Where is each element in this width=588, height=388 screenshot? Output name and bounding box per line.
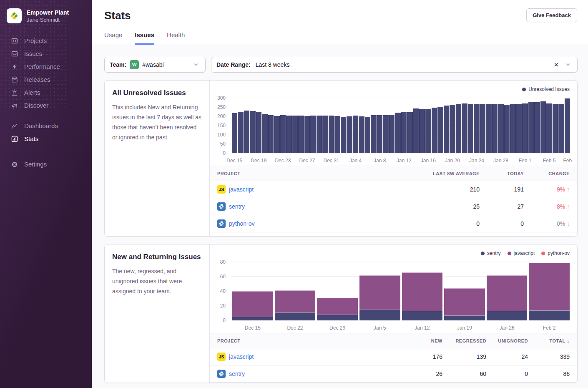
tab-bar: Usage Issues Health <box>104 31 577 45</box>
stacked-bar <box>275 260 316 320</box>
tab-usage[interactable]: Usage <box>104 31 122 45</box>
x-tick-label: Jan 19 <box>457 325 472 331</box>
stacked-bar <box>402 260 443 320</box>
bar <box>317 116 322 153</box>
sidebar-item-label: Dashboards <box>24 122 58 130</box>
project-link[interactable]: javascript <box>229 186 254 193</box>
new-value: 176 <box>399 353 442 360</box>
legend-dot-icon <box>522 88 526 91</box>
bar <box>250 111 256 153</box>
legend-item[interactable]: javascript <box>508 250 535 256</box>
org-user: Jane Schmidt <box>27 16 69 23</box>
bar <box>492 104 498 153</box>
sidebar-item-label: Projects <box>24 37 47 45</box>
x-tick-label: Jan 20 <box>445 158 460 164</box>
sidebar-item-label: Discover <box>24 101 48 109</box>
project-link[interactable]: sentry <box>229 370 245 377</box>
panel-description: The new, regressed, and unignored issues… <box>112 266 202 296</box>
unignored-value: 24 <box>486 353 528 360</box>
legend-item[interactable]: sentry <box>481 250 501 256</box>
bar <box>558 104 564 153</box>
bar <box>329 116 334 153</box>
project-link[interactable]: javascript <box>229 353 254 360</box>
sidebar-item-alerts[interactable]: Alerts <box>0 86 92 99</box>
content-area: Team: W #wasabi Date Range: Last 8 weeks <box>92 45 588 388</box>
sidebar-item-dashboards[interactable]: Dashboards <box>0 119 92 132</box>
bar <box>468 104 474 153</box>
org-text: Empower Plant Jane Schmidt <box>27 9 69 23</box>
project-link[interactable]: sentry <box>229 203 245 210</box>
bar <box>498 104 504 153</box>
sidebar-item-releases[interactable]: Releases <box>0 73 92 86</box>
regressed-value: 60 <box>442 370 486 377</box>
table-row: JS javascript 176 139 24 339 <box>210 348 577 365</box>
sidebar-item-settings[interactable]: Settings <box>0 158 92 171</box>
x-tick-label: Jan 4 <box>349 158 362 164</box>
x-tick-label: Jan 12 <box>397 158 412 164</box>
panel-description-column: All Unresolved Issues This includes New … <box>105 81 210 236</box>
filter-bar: Team: W #wasabi Date Range: Last 8 weeks <box>104 57 578 73</box>
bar-slot <box>528 260 570 320</box>
project-link[interactable]: python-ov <box>229 220 254 227</box>
bar <box>274 116 280 153</box>
tab-health[interactable]: Health <box>167 31 185 45</box>
sidebar-item-performance[interactable]: Performance <box>0 60 92 73</box>
x-tick-label: Jan 24 <box>469 158 484 164</box>
bar <box>262 114 268 153</box>
change-value: 0% ↓ <box>524 220 570 227</box>
regressed-value: 139 <box>442 353 486 360</box>
tab-issues[interactable]: Issues <box>135 31 154 45</box>
bars-layer <box>231 96 570 153</box>
x-tick-label: Dec 31 <box>324 158 339 164</box>
alerts-icon <box>11 89 18 96</box>
org-name: Empower Plant <box>27 9 69 16</box>
legend-label: sentry <box>487 250 501 256</box>
table-row: sentry 25 27 8% ↑ <box>210 198 577 215</box>
bar <box>462 103 467 153</box>
bar-segment-javascript <box>317 298 358 315</box>
col-header-total-sort[interactable]: TOTAL ↓ <box>528 338 570 344</box>
clear-icon[interactable] <box>552 60 560 69</box>
bar <box>450 105 455 153</box>
avg-value: 0 <box>409 220 480 227</box>
sidebar-item-discover[interactable]: Discover <box>0 99 92 112</box>
y-tick-label: 150 <box>217 123 226 128</box>
team-select[interactable]: Team: W #wasabi <box>104 57 206 73</box>
y-tick-label: 20 <box>220 303 226 309</box>
avg-value: 210 <box>409 186 480 193</box>
bar <box>334 116 340 153</box>
arrow-down-icon: ↓ <box>567 220 570 227</box>
col-header-regressed: REGRESSED <box>442 338 486 343</box>
x-tick-label: Jan 8 <box>374 158 386 164</box>
chevron-down-icon <box>564 60 572 69</box>
legend-item[interactable]: Unresolved Issues <box>522 86 570 92</box>
bar <box>298 116 304 153</box>
x-tick-label: Dec 19 <box>251 158 266 164</box>
sidebar-item-projects[interactable]: Projects <box>0 34 92 47</box>
give-feedback-button[interactable]: Give Feedback <box>526 8 577 22</box>
stacked-bar <box>317 260 358 320</box>
bar <box>456 104 462 153</box>
date-range-select[interactable]: Date Range: Last 8 weeks <box>211 57 578 73</box>
org-switcher[interactable]: Empower Plant Jane Schmidt <box>0 0 92 31</box>
unresolved-issues-table: PROJECT LAST 8W AVERAGE TODAY CHANGE JS … <box>210 166 577 236</box>
y-tick-label: 0 <box>223 317 226 323</box>
team-avatar: W <box>130 60 139 69</box>
sidebar-item-label: Settings <box>24 160 47 168</box>
chart-legend: sentryjavascriptpython-ov <box>481 250 570 256</box>
sidebar-item-stats[interactable]: Stats <box>0 132 92 145</box>
x-tick-label: Dec 15 <box>226 158 242 164</box>
bar-slot <box>486 260 528 320</box>
bar <box>407 112 413 153</box>
chart-legend: Unresolved Issues <box>522 86 570 92</box>
sidebar: Empower Plant Jane Schmidt Projects Issu… <box>0 0 92 388</box>
bar <box>244 111 250 153</box>
sidebar-item-issues[interactable]: Issues <box>0 47 92 60</box>
legend-item[interactable]: python-ov <box>541 250 570 256</box>
stacked-bar <box>444 260 485 320</box>
col-header-unignored: UNIGNORED <box>486 338 528 343</box>
sidebar-item-label: Releases <box>24 76 50 83</box>
bar <box>377 115 383 153</box>
bar <box>310 116 316 153</box>
bar <box>553 104 558 153</box>
